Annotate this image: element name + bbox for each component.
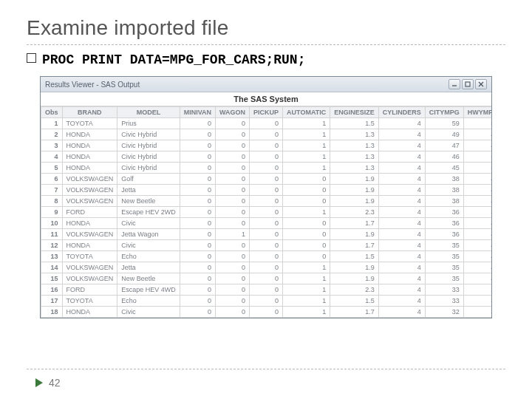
bullet-icon xyxy=(27,53,36,63)
col-brand: BRAND xyxy=(62,107,117,118)
output-table: ObsBRANDMODELMINIVANWAGONPICKUPAUTOMATIC… xyxy=(41,106,491,318)
col-model: MODEL xyxy=(117,107,180,118)
col-enginesize: ENGINESIZE xyxy=(330,107,379,118)
col-hwympg: HWYMPG xyxy=(463,107,491,118)
close-icon[interactable] xyxy=(475,79,487,89)
table-row: 14VOLKSWAGENJetta00011.94354200 xyxy=(41,262,492,273)
window-titlebar: Results Viewer - SAS Output xyxy=(41,77,491,92)
sas-output-window: Results Viewer - SAS Output The SAS Syst… xyxy=(40,76,492,318)
col-cylinders: CYLINDERS xyxy=(378,107,425,118)
table-row: 13TOYOTAEcho00001.54354300 xyxy=(41,251,492,262)
slide-title: Examine imported file xyxy=(27,16,505,40)
table-row: 7VOLKSWAGENJetta00001.94384600 xyxy=(41,185,492,196)
code-text: PROC PRINT DATA=MPG_FOR_CARS;RUN; xyxy=(42,52,305,67)
table-row: 18HONDACivic00011.74323800 xyxy=(41,307,492,318)
page-marker-icon xyxy=(35,378,43,387)
table-row: 11VOLKSWAGENJetta Wagon01001.94364300 xyxy=(41,229,492,240)
col-automatic: AUTOMATIC xyxy=(283,107,330,118)
col-minivan: MINIVAN xyxy=(180,107,215,118)
footer-divider xyxy=(27,369,505,369)
table-row: 4HONDACivic Hybrid00011.34465100 xyxy=(41,151,492,163)
table-row: 3HONDACivic Hybrid00011.34474800 xyxy=(41,140,492,151)
col-obs: Obs xyxy=(41,107,63,118)
table-row: 16FORDEscape HEV 4WD00012.34332911 xyxy=(41,284,492,296)
table-row: 10HONDACivic00001.74364400 xyxy=(41,218,492,229)
title-divider xyxy=(27,44,505,45)
svg-rect-1 xyxy=(466,82,470,86)
table-row: 2HONDACivic Hybrid00011.34494700 xyxy=(41,129,492,140)
table-row: 17TOYOTAEcho00011.54333900 xyxy=(41,296,492,307)
table-row: 8VOLKSWAGENNew Beetle00001.94384600 xyxy=(41,196,492,207)
page-number-value: 42 xyxy=(49,377,61,389)
maximize-icon[interactable] xyxy=(462,79,474,89)
code-line: PROC PRINT DATA=MPG_FOR_CARS;RUN; xyxy=(27,52,505,67)
window-title: Results Viewer - SAS Output xyxy=(45,81,449,89)
col-wagon: WAGON xyxy=(216,107,250,118)
sas-system-title: The SAS System xyxy=(41,92,491,106)
minimize-icon[interactable] xyxy=(449,79,460,89)
table-row: 9FORDEscape HEV 2WD00012.34363110 xyxy=(41,207,492,218)
table-row: 6VOLKSWAGENGolf00001.94384600 xyxy=(41,174,492,185)
page-number: 42 xyxy=(35,377,61,389)
table-row: 1TOYOTAPrius00011.54595100 xyxy=(41,118,492,129)
table-row: 5HONDACivic Hybrid00011.34455100 xyxy=(41,163,492,174)
table-row: 12HONDACivic00001.74354000 xyxy=(41,240,492,251)
col-pickup: PICKUP xyxy=(250,107,283,118)
col-citympg: CITYMPG xyxy=(425,107,463,118)
table-row: 15VOLKSWAGENNew Beetle00011.94354200 xyxy=(41,273,492,284)
data-grid: ObsBRANDMODELMINIVANWAGONPICKUPAUTOMATIC… xyxy=(41,106,491,318)
